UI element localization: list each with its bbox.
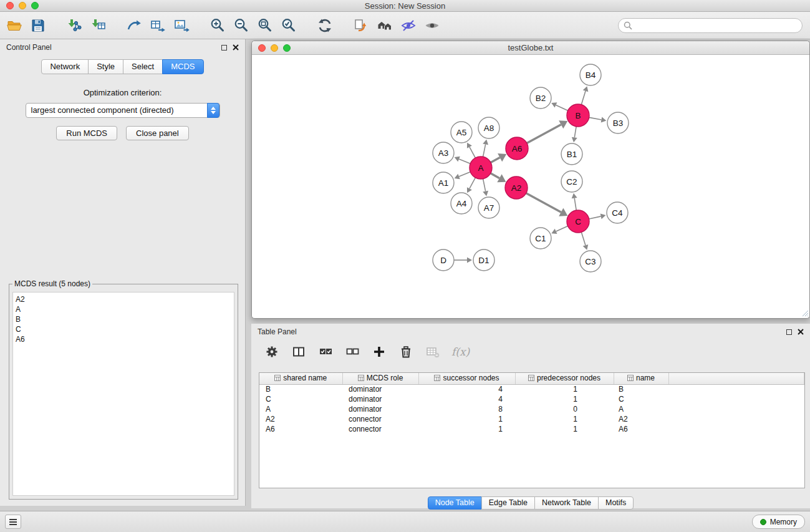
export-table-button[interactable]	[146, 14, 170, 37]
graph-edge-A-A4[interactable]	[470, 177, 476, 188]
mcds-result-item[interactable]: A6	[16, 334, 234, 344]
cell-predecessor-nodes[interactable]: 1	[515, 414, 614, 424]
graph-edge-A-A6[interactable]	[490, 158, 500, 163]
tab-motifs[interactable]: Motifs	[598, 496, 634, 510]
mcds-result-item[interactable]: B	[16, 314, 234, 324]
network-canvas[interactable]: AA1A2A3A4A5A6A7A8BB1B2B3B4CC1C2C3C4DD1	[252, 55, 809, 317]
mcds-result-item[interactable]: C	[16, 324, 234, 334]
graph-edge-A-A1[interactable]	[459, 172, 471, 177]
cell-shared-name[interactable]: B	[259, 384, 342, 394]
column-header-shared-name[interactable]: shared name	[259, 373, 342, 384]
table-row[interactable]: A dominator 8 0 A	[259, 404, 804, 414]
houses-button[interactable]	[373, 14, 397, 37]
close-panel-icon[interactable]	[233, 44, 239, 51]
table-row[interactable]: A6 connector 1 1 A6	[259, 424, 804, 434]
search-input[interactable]	[636, 21, 797, 30]
select-all-button[interactable]	[317, 344, 334, 360]
graph-edge-C-C2[interactable]	[574, 198, 576, 211]
task-history-button[interactable]	[5, 515, 21, 529]
tab-edge-table[interactable]: Edge Table	[481, 496, 535, 510]
show-columns-button[interactable]	[291, 344, 307, 360]
cell-mcds-role[interactable]: connector	[342, 424, 418, 434]
tab-node-table[interactable]: Node Table	[428, 496, 482, 510]
open-session-button[interactable]	[2, 14, 26, 37]
deselect-all-button[interactable]	[344, 344, 360, 360]
cell-successor-nodes[interactable]: 8	[418, 404, 515, 414]
cell-successor-nodes[interactable]: 4	[418, 384, 515, 394]
cell-name[interactable]: A	[614, 404, 668, 414]
column-header-successor-nodes[interactable]: successor nodes	[418, 373, 515, 384]
import-network-button[interactable]	[62, 14, 86, 37]
cell-name[interactable]: A6	[614, 424, 668, 434]
cell-shared-name[interactable]: C	[259, 394, 342, 404]
column-header-name[interactable]: name	[614, 373, 668, 384]
show-hidden-button[interactable]	[420, 14, 444, 37]
graph-edge-A-A5[interactable]	[470, 147, 476, 158]
cell-successor-nodes[interactable]: 1	[418, 424, 515, 434]
float-table-panel-icon[interactable]	[786, 329, 792, 335]
memory-button[interactable]: Memory	[752, 515, 805, 529]
graph-edge-A-A3[interactable]	[459, 159, 471, 164]
criterion-dropdown[interactable]: largest connected component (directed)	[26, 103, 220, 118]
refresh-button[interactable]	[313, 14, 337, 37]
graph-edge-C-C1[interactable]	[556, 226, 569, 231]
graph-edge-A2-C[interactable]	[526, 193, 561, 212]
graph-edge-A-A2[interactable]	[490, 173, 499, 178]
graph-edge-A-A7[interactable]	[483, 178, 485, 191]
cell-successor-nodes[interactable]: 1	[418, 414, 515, 424]
export-network-button[interactable]	[122, 14, 146, 37]
hide-selected-button[interactable]	[397, 14, 420, 37]
tab-select[interactable]: Select	[123, 59, 163, 74]
delete-table-button[interactable]	[425, 344, 441, 360]
cell-shared-name[interactable]: A6	[259, 424, 342, 434]
zoom-fit-button[interactable]	[253, 14, 277, 37]
cell-predecessor-nodes[interactable]: 1	[515, 424, 614, 434]
graph-edge-B-B2[interactable]	[556, 105, 568, 110]
delete-column-button[interactable]	[398, 344, 414, 360]
add-column-button[interactable]	[371, 344, 387, 360]
cell-shared-name[interactable]: A	[259, 404, 342, 414]
tab-network[interactable]: Network	[41, 59, 89, 74]
mcds-result-item[interactable]: A2	[16, 294, 234, 304]
zoom-out-button[interactable]	[229, 14, 253, 37]
cell-mcds-role[interactable]: dominator	[342, 384, 418, 394]
graph-edge-B-B3[interactable]	[589, 117, 602, 120]
table-row[interactable]: A2 connector 1 1 A2	[259, 414, 804, 424]
cell-predecessor-nodes[interactable]: 0	[515, 404, 614, 414]
close-table-panel-icon[interactable]	[798, 329, 804, 335]
cell-mcds-role[interactable]: dominator	[342, 404, 418, 414]
zoom-selected-button[interactable]	[277, 14, 301, 37]
import-table-button[interactable]	[86, 14, 110, 37]
cell-shared-name[interactable]: A2	[259, 414, 342, 424]
column-header-predecessor-nodes[interactable]: predecessor nodes	[515, 373, 614, 384]
graph-edge-A-A8[interactable]	[483, 144, 485, 157]
close-panel-button[interactable]: Close panel	[126, 126, 189, 140]
export-image-button[interactable]	[170, 14, 193, 37]
network-window-titlebar[interactable]: testGlobe.txt	[252, 41, 809, 55]
graph-edge-C-C4[interactable]	[589, 216, 601, 219]
float-panel-icon[interactable]	[221, 45, 227, 51]
save-session-button[interactable]	[26, 14, 50, 37]
graph-edge-C-C3[interactable]	[581, 231, 586, 245]
tab-mcds[interactable]: MCDS	[162, 59, 203, 74]
cell-predecessor-nodes[interactable]: 1	[515, 384, 614, 394]
graph-edge-B-B1[interactable]	[574, 126, 576, 138]
table-settings-button[interactable]	[264, 344, 280, 360]
resize-grip-icon[interactable]	[801, 309, 809, 317]
tab-style[interactable]: Style	[88, 59, 123, 74]
cell-mcds-role[interactable]: connector	[342, 414, 418, 424]
cell-successor-nodes[interactable]: 4	[418, 394, 515, 404]
run-mcds-button[interactable]: Run MCDS	[56, 126, 117, 140]
zoom-in-button[interactable]	[206, 14, 229, 37]
column-header-mcds-role[interactable]: MCDS role	[342, 373, 418, 384]
table-row[interactable]: C dominator 4 1 C	[259, 394, 804, 404]
cell-predecessor-nodes[interactable]: 1	[515, 394, 614, 404]
duplicate-network-button[interactable]	[349, 14, 373, 37]
tab-network-table[interactable]: Network Table	[534, 496, 599, 510]
cell-mcds-role[interactable]: dominator	[342, 394, 418, 404]
table-row[interactable]: B dominator 4 1 B	[259, 384, 804, 394]
graph-edge-B-B4[interactable]	[581, 91, 586, 105]
mcds-result-item[interactable]: A	[16, 304, 234, 314]
cell-name[interactable]: B	[614, 384, 668, 394]
cell-name[interactable]: C	[614, 394, 668, 404]
